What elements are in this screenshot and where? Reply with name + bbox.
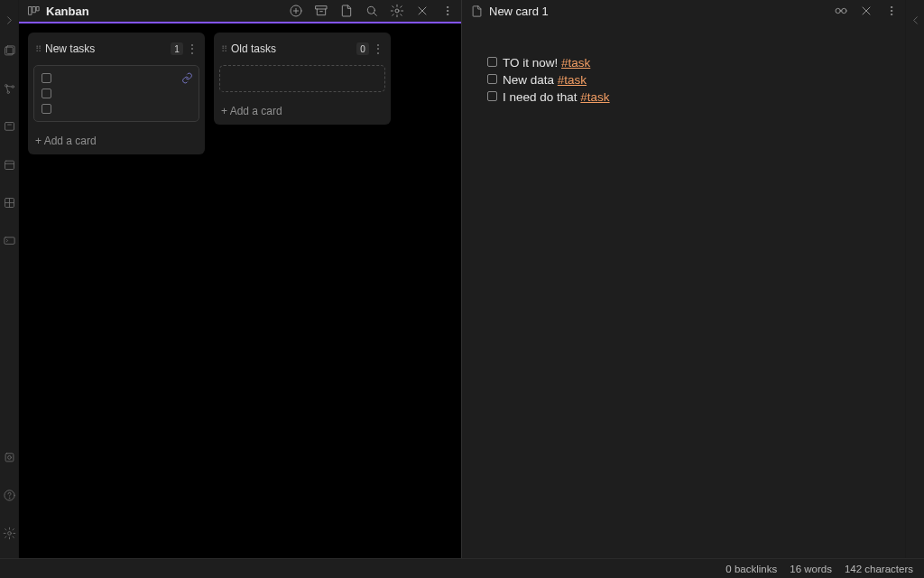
task-line[interactable]: I need do that #task — [487, 89, 880, 106]
close-pane-icon[interactable] — [414, 3, 430, 19]
svg-point-15 — [7, 455, 11, 459]
status-chars[interactable]: 142 characters — [845, 564, 913, 574]
rail-daily-icon[interactable] — [0, 152, 19, 177]
svg-rect-21 — [36, 6, 39, 10]
svg-line-5 — [6, 86, 12, 87]
kanban-card[interactable] — [33, 65, 199, 122]
rail-command-icon[interactable] — [0, 228, 19, 253]
svg-point-33 — [447, 10, 448, 11]
svg-point-18 — [7, 531, 11, 535]
status-bar: 0 backlinks 16 words 142 characters — [0, 558, 924, 578]
rail-help-icon[interactable] — [0, 482, 19, 508]
svg-point-41 — [891, 10, 892, 11]
lane-title[interactable]: New tasks — [45, 42, 171, 55]
note-pane-header: New card 1 — [462, 0, 905, 22]
svg-line-28 — [374, 13, 376, 15]
lane-menu-icon[interactable]: ⋮ — [373, 42, 383, 55]
task-line[interactable]: TO it now! #task — [487, 54, 880, 71]
task-checkbox[interactable] — [487, 57, 497, 67]
board-settings-icon[interactable] — [389, 3, 405, 19]
task-checkbox[interactable] — [487, 74, 497, 84]
lane-title[interactable]: Old tasks — [231, 42, 356, 55]
svg-rect-19 — [28, 6, 31, 14]
note-editor[interactable]: TO it now! #task New data #task I need d… — [462, 22, 905, 558]
status-backlinks[interactable]: 0 backlinks — [725, 564, 777, 574]
archive-icon[interactable] — [313, 3, 329, 19]
file-icon — [467, 2, 485, 20]
add-card-button[interactable]: + Add a card — [33, 131, 199, 149]
rail-templates-icon[interactable] — [0, 190, 19, 215]
svg-point-42 — [891, 14, 892, 14]
expand-sidebar-icon[interactable] — [0, 7, 19, 33]
note-pane-title[interactable]: New card 1 — [489, 5, 833, 18]
rail-vault-icon[interactable] — [0, 444, 19, 470]
card-link-icon[interactable] — [181, 71, 193, 88]
kanban-view-icon — [24, 2, 42, 20]
svg-point-29 — [395, 9, 399, 13]
kanban-lane: ⠿ Old tasks 0 ⋮ + Add a card — [214, 33, 391, 125]
rail-graph-icon[interactable] — [0, 76, 19, 101]
svg-point-4 — [7, 91, 10, 94]
close-pane-icon[interactable] — [858, 3, 874, 19]
rail-settings-icon[interactable] — [0, 520, 19, 545]
reading-mode-icon[interactable] — [833, 3, 849, 19]
pane-more-icon[interactable] — [439, 3, 456, 19]
kanban-board: ⠿ New tasks 1 ⋮ + Add a card — [19, 22, 461, 558]
svg-rect-13 — [4, 237, 14, 244]
card-checkbox[interactable] — [42, 89, 51, 98]
status-words[interactable]: 16 words — [790, 564, 832, 574]
svg-rect-20 — [32, 6, 35, 12]
svg-point-40 — [891, 6, 892, 7]
rail-files-icon[interactable] — [0, 38, 19, 63]
kanban-pane-title[interactable]: Kanban — [46, 5, 288, 18]
lane-menu-icon[interactable]: ⋮ — [187, 42, 198, 55]
empty-card-placeholder[interactable] — [219, 65, 385, 92]
kanban-pane-header: Kanban — [19, 0, 461, 22]
svg-point-35 — [836, 8, 840, 13]
drag-handle-icon[interactable]: ⠿ — [221, 44, 227, 54]
task-text: New data — [503, 73, 558, 87]
kanban-lane: ⠿ New tasks 1 ⋮ + Add a card — [28, 33, 205, 154]
svg-rect-8 — [5, 161, 14, 169]
active-pane-accent — [19, 22, 461, 23]
drag-handle-icon[interactable]: ⠿ — [35, 44, 42, 54]
svg-point-34 — [447, 14, 448, 14]
task-text: I need do that — [503, 90, 580, 104]
task-tag[interactable]: #task — [561, 56, 590, 70]
search-icon[interactable] — [364, 3, 380, 19]
lane-count: 1 — [171, 42, 183, 55]
svg-rect-14 — [5, 453, 14, 461]
task-checkbox[interactable] — [487, 91, 497, 101]
task-line[interactable]: New data #task — [487, 71, 880, 89]
rail-canvas-icon[interactable] — [0, 114, 19, 139]
task-text: TO it now! — [503, 56, 561, 70]
expand-right-sidebar-icon[interactable] — [906, 7, 925, 33]
svg-rect-7 — [5, 122, 14, 130]
svg-point-17 — [9, 498, 10, 499]
note-pane: New card 1 TO it now! #task New data #ta… — [461, 0, 905, 558]
add-card-button[interactable]: + Add a card — [219, 101, 385, 119]
note-view-icon[interactable] — [338, 3, 355, 19]
card-checkbox[interactable] — [42, 104, 51, 114]
lane-count: 0 — [356, 42, 369, 55]
pane-more-icon[interactable] — [883, 3, 900, 19]
kanban-pane: Kanban ⠿ New tasks — [19, 0, 461, 558]
svg-point-32 — [447, 6, 448, 7]
svg-line-6 — [6, 87, 7, 91]
task-tag[interactable]: #task — [580, 90, 609, 104]
svg-point-36 — [842, 8, 846, 13]
add-list-icon[interactable] — [288, 3, 304, 19]
right-sidebar-rail — [905, 0, 924, 558]
card-checkbox[interactable] — [42, 73, 51, 83]
left-sidebar-rail — [0, 0, 19, 558]
svg-rect-25 — [316, 6, 327, 9]
task-tag[interactable]: #task — [558, 73, 587, 87]
